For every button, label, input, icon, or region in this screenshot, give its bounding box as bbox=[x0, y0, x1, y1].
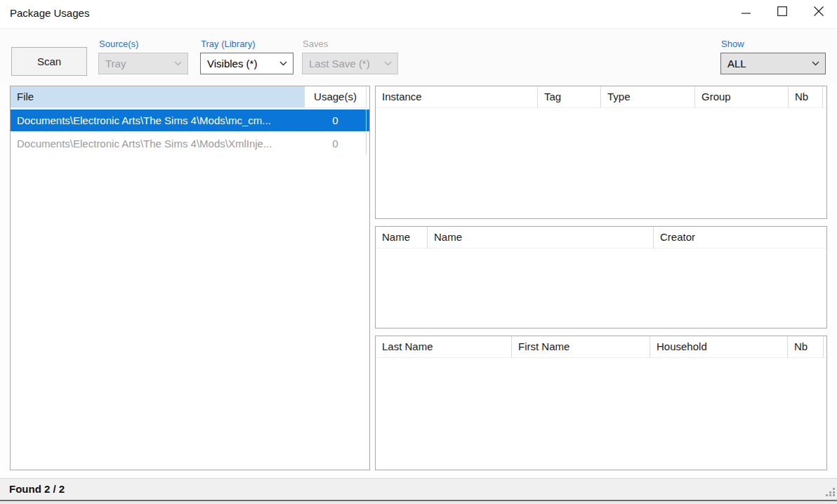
file-cell: Documents\Electronic Arts\The Sims 4\Mod… bbox=[11, 114, 305, 126]
show-dropdown-value: ALL bbox=[727, 58, 746, 69]
window-title: Package Usages bbox=[10, 0, 89, 27]
sims-table-header: Last Name First Name Household Nb bbox=[376, 336, 826, 358]
minimize-icon bbox=[742, 6, 751, 19]
name-table-panel: Name Name Creator bbox=[375, 226, 827, 329]
type-column-header[interactable]: Type bbox=[601, 86, 695, 107]
usage-cell: 0 bbox=[305, 110, 367, 131]
group-column-header[interactable]: Group bbox=[695, 86, 789, 107]
sims-table-panel: Last Name First Name Household Nb bbox=[375, 336, 827, 470]
file-cell: Documents\Electronic Arts\The Sims 4\Mod… bbox=[11, 138, 305, 150]
instance-table-panel: Instance Tag Type Group Nb bbox=[375, 86, 827, 219]
household-column-header[interactable]: Household bbox=[650, 336, 788, 357]
sources-dropdown: Tray bbox=[98, 53, 188, 74]
title-bar: Package Usages bbox=[0, 0, 837, 28]
last-name-column-header[interactable]: Last Name bbox=[376, 336, 512, 357]
chevron-down-icon bbox=[279, 61, 287, 66]
file-list-header: File Usage(s) bbox=[11, 86, 369, 108]
tray-library-dropdown-value: Visibles (*) bbox=[207, 58, 257, 69]
file-column-header[interactable]: File bbox=[11, 86, 305, 107]
show-dropdown[interactable]: ALL bbox=[720, 53, 826, 74]
nb-column-header[interactable]: Nb bbox=[789, 86, 823, 107]
package-usages-window: Package Usages Scan Source(s) T bbox=[0, 0, 837, 504]
maximize-button[interactable] bbox=[764, 0, 800, 25]
name2-column-header[interactable]: Name bbox=[428, 227, 654, 248]
scan-button[interactable]: Scan bbox=[11, 47, 87, 76]
status-bar: Found 2 / 2 bbox=[0, 478, 837, 500]
window-bottom-edge bbox=[0, 501, 837, 504]
caption-buttons bbox=[727, 0, 837, 25]
file-list-panel: File Usage(s) Documents\Electronic Arts\… bbox=[10, 86, 370, 470]
tray-library-label: Tray (Library) bbox=[201, 39, 256, 49]
name-column-header[interactable]: Name bbox=[376, 227, 428, 248]
chevron-down-icon bbox=[812, 61, 819, 66]
close-button[interactable] bbox=[800, 0, 837, 25]
resize-grip-icon[interactable] bbox=[826, 486, 836, 499]
usages-column-header[interactable]: Usage(s) bbox=[305, 86, 367, 107]
status-text: Found 2 / 2 bbox=[9, 479, 65, 500]
sources-dropdown-value: Tray bbox=[105, 58, 126, 69]
file-row-selected[interactable]: Documents\Electronic Arts\The Sims 4\Mod… bbox=[11, 110, 369, 131]
maximize-icon bbox=[777, 6, 787, 19]
file-row[interactable]: Documents\Electronic Arts\The Sims 4\Mod… bbox=[11, 133, 369, 154]
nb2-column-header[interactable]: Nb bbox=[788, 336, 824, 357]
saves-label: Saves bbox=[303, 39, 328, 49]
file-list-body: Documents\Electronic Arts\The Sims 4\Mod… bbox=[11, 110, 369, 154]
chevron-down-icon bbox=[384, 61, 392, 66]
instance-column-header[interactable]: Instance bbox=[376, 86, 538, 107]
instance-table-header: Instance Tag Type Group Nb bbox=[376, 86, 826, 108]
first-name-column-header[interactable]: First Name bbox=[512, 336, 650, 357]
tag-column-header[interactable]: Tag bbox=[538, 86, 601, 107]
close-icon bbox=[814, 6, 824, 19]
saves-dropdown-value: Last Save (*) bbox=[309, 58, 370, 69]
sources-label: Source(s) bbox=[99, 39, 138, 49]
saves-dropdown: Last Save (*) bbox=[302, 53, 398, 74]
chevron-down-icon bbox=[174, 61, 182, 66]
toolbar: Scan Source(s) Tray Tray (Library) Visib… bbox=[0, 28, 837, 85]
show-label: Show bbox=[721, 39, 744, 49]
usage-cell: 0 bbox=[305, 133, 367, 154]
name-table-header: Name Name Creator bbox=[376, 227, 826, 248]
creator-column-header[interactable]: Creator bbox=[654, 227, 826, 248]
tray-library-dropdown[interactable]: Visibles (*) bbox=[200, 53, 294, 74]
minimize-button[interactable] bbox=[727, 0, 764, 25]
